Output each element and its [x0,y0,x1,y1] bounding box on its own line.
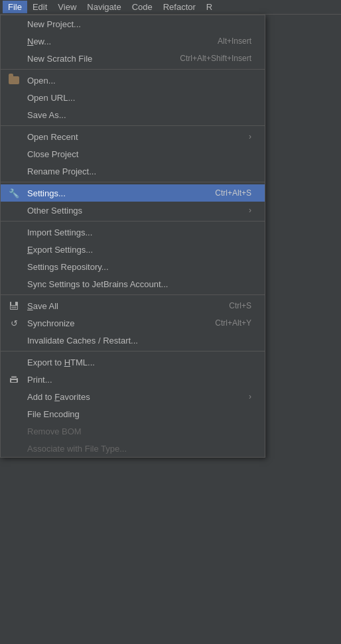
separator-5 [1,294,265,295]
menu-item-invalidate-caches-label: Invalidate Caches / Restart... [27,336,251,346]
menu-item-file-encoding[interactable]: File Encoding [1,405,265,422]
menu-item-sync-settings[interactable]: Sync Settings to JetBrains Account... [1,275,265,292]
menu-item-print-label: Print... [27,375,251,385]
menu-item-new[interactable]: New... Alt+Insert [1,32,265,50]
menu-item-new-scratch-file-shortcut: Ctrl+Alt+Shift+Insert [180,54,251,63]
separator-6 [1,351,265,352]
menu-item-add-to-favorites[interactable]: Add to Favorites › [1,388,265,405]
menu-item-import-settings-label: Import Settings... [27,227,251,237]
open-recent-arrow-icon: › [249,132,251,141]
menu-item-add-to-favorites-label: Add to Favorites [27,392,249,402]
menu-item-open[interactable]: Open... [1,72,265,89]
menu-item-associate-file-type: Associate with File Type... [1,440,265,457]
menu-item-save-as[interactable]: Save As... [1,106,265,123]
menu-item-save-as-label: Save As... [27,110,251,120]
wrench-icon: 🔧 [7,188,21,198]
menu-item-sync-settings-label: Sync Settings to JetBrains Account... [27,279,251,289]
separator-3 [1,182,265,182]
menu-item-open-recent[interactable]: Open Recent › [1,128,265,145]
separator-2 [1,125,265,126]
menu-item-settings-label: Settings... [27,188,188,198]
menu-item-other-settings[interactable]: Other Settings › [1,202,265,219]
menu-item-open-label: Open... [27,76,251,86]
menu-item-new-scratch-file[interactable]: New Scratch File Ctrl+Alt+Shift+Insert [1,50,265,67]
menu-item-new-scratch-file-label: New Scratch File [27,54,153,64]
menu-item-associate-file-type-label: Associate with File Type... [27,444,251,454]
menu-bar-r[interactable]: R [201,1,218,13]
menu-bar-edit[interactable]: Edit [27,1,52,13]
menu-bar-view[interactable]: View [52,1,82,13]
menu-item-export-html-label: Export to HTML... [27,357,251,367]
svg-rect-1 [11,302,15,305]
menu-item-export-settings-label: Export Settings... [27,245,251,255]
separator-4 [1,221,265,222]
file-dropdown-menu: New Project... New... Alt+Insert New Scr… [0,15,265,458]
menu-item-settings[interactable]: 🔧 Settings... Ctrl+Alt+S [1,184,265,202]
menu-item-export-html[interactable]: Export to HTML... [1,354,265,371]
menu-item-synchronize[interactable]: ↺ Synchronize Ctrl+Alt+Y [1,314,265,332]
menu-item-synchronize-label: Synchronize [27,318,188,328]
svg-rect-4 [11,306,17,308]
menu-item-remove-bom-label: Remove BOM [27,426,251,436]
menu-item-rename-project[interactable]: Rename Project... [1,162,265,180]
synchronize-icon: ↺ [7,318,21,328]
menu-item-new-project-label: New Project... [27,19,251,29]
svg-rect-2 [15,302,17,304]
folder-icon [7,76,21,84]
menu-item-remove-bom: Remove BOM [1,422,265,440]
menu-item-save-all-shortcut: Ctrl+S [229,301,251,310]
menu-item-save-all[interactable]: Save All Ctrl+S [1,297,265,314]
separator-1 [1,69,265,70]
menu-bar-refactor[interactable]: Refactor [158,1,201,13]
menu-item-save-all-label: Save All [27,301,202,311]
menu-item-close-project[interactable]: Close Project [1,145,265,162]
menu-item-invalidate-caches[interactable]: Invalidate Caches / Restart... [1,332,265,349]
other-settings-arrow-icon: › [249,206,251,215]
menu-item-export-settings[interactable]: Export Settings... [1,241,265,258]
menu-item-new-shortcut: Alt+Insert [218,36,251,46]
svg-rect-7 [11,376,17,378]
menu-item-new-label: New... [27,36,191,46]
menu-item-settings-repository-label: Settings Repository... [27,262,251,272]
menu-bar-navigate[interactable]: Navigate [82,1,126,13]
menu-item-other-settings-label: Other Settings [27,206,249,216]
menu-item-close-project-label: Close Project [27,149,251,159]
svg-rect-8 [11,380,17,382]
menu-item-import-settings[interactable]: Import Settings... [1,224,265,241]
save-all-icon [7,301,21,310]
menu-bar-file[interactable]: File [3,1,27,13]
menu-item-new-project[interactable]: New Project... [1,15,265,32]
menu-bar-code[interactable]: Code [127,1,158,13]
menu-bar: File Edit View Navigate Code Refactor R [0,0,341,15]
menu-item-open-url-label: Open URL... [27,93,251,103]
menu-item-settings-repository[interactable]: Settings Repository... [1,258,265,275]
menu-item-print[interactable]: Print... [1,371,265,388]
add-to-favorites-arrow-icon: › [249,392,251,401]
menu-item-file-encoding-label: File Encoding [27,409,251,419]
print-icon [7,375,21,384]
menu-item-open-recent-label: Open Recent [27,132,249,142]
menu-item-rename-project-label: Rename Project... [27,166,251,176]
menu-item-open-url[interactable]: Open URL... [1,89,265,106]
menu-item-settings-shortcut: Ctrl+Alt+S [215,188,251,198]
menu-item-synchronize-shortcut: Ctrl+Alt+Y [215,318,251,328]
